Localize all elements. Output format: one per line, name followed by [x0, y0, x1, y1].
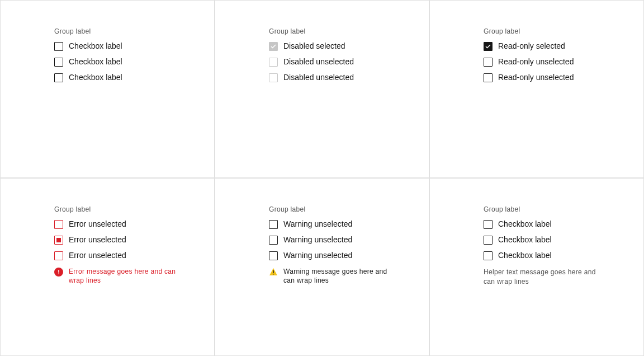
checkbox-icon[interactable] [54, 236, 63, 245]
checkbox-item[interactable]: Warning unselected [269, 249, 429, 263]
checkbox-icon [484, 42, 493, 51]
checkbox-icon[interactable] [484, 220, 493, 229]
checkbox-item[interactable]: Checkbox label [54, 40, 214, 53]
checkbox-item: Read-only unselected [484, 55, 643, 69]
group-label: Group label [484, 205, 643, 213]
checkbox-group-readonly: Group label Read-only selected Read-only… [429, 0, 644, 178]
error-message: Error message goes here and can wrap lin… [54, 267, 179, 285]
checkbox-icon [484, 58, 493, 67]
svg-rect-3 [273, 270, 273, 273]
checkbox-icon[interactable] [54, 251, 63, 260]
group-label: Group label [269, 27, 429, 35]
checkbox-item: Disabled unselected [269, 71, 429, 85]
checkbox-item[interactable]: Error unselected [54, 233, 214, 247]
checkmark-icon [271, 44, 276, 49]
checkbox-group-helper: Group label Checkbox label Checkbox labe… [429, 178, 644, 356]
checkbox-icon[interactable] [54, 73, 63, 82]
checkbox-label: Warning unselected [283, 251, 352, 261]
checkmark-icon [485, 44, 491, 49]
checkbox-label: Error unselected [69, 235, 126, 245]
group-label: Group label [269, 205, 429, 213]
checkbox-label: Disabled unselected [283, 57, 354, 67]
checkbox-label: Read-only unselected [498, 73, 574, 83]
checkbox-icon[interactable] [484, 251, 493, 260]
checkbox-label: Checkbox label [69, 73, 122, 83]
checkbox-icon[interactable] [54, 42, 63, 51]
checkbox-icon [269, 42, 278, 51]
checkbox-icon[interactable] [484, 236, 493, 245]
checkbox-label: Error unselected [69, 219, 126, 229]
checkbox-item[interactable]: Error unselected [54, 249, 214, 263]
checkbox-label: Checkbox label [69, 41, 122, 51]
checkbox-label: Checkbox label [498, 235, 552, 245]
checkbox-icon[interactable] [269, 251, 278, 260]
checkbox-group-disabled: Group label Disabled selected Disabled u… [215, 0, 429, 178]
checkbox-item: Disabled unselected [269, 55, 429, 69]
checkbox-group-warning: Group label Warning unselected Warning u… [215, 178, 429, 356]
checkbox-label: Read-only unselected [498, 57, 574, 67]
checkbox-item[interactable]: Checkbox label [484, 218, 643, 231]
checkbox-icon[interactable] [54, 58, 63, 67]
checkbox-label: Checkbox label [498, 219, 552, 229]
checkbox-label: Checkbox label [69, 57, 122, 67]
checkbox-item: Read-only unselected [484, 71, 643, 85]
error-message-text: Error message goes here and can wrap lin… [69, 267, 179, 285]
checkbox-icon[interactable] [269, 236, 278, 245]
helper-message-text: Helper text message goes here and can wr… [484, 268, 596, 285]
checkbox-item[interactable]: Checkbox label [54, 55, 214, 69]
checkbox-icon [269, 73, 278, 82]
svg-rect-4 [273, 274, 273, 274]
checkbox-item[interactable]: Checkbox label [54, 71, 214, 85]
checkbox-label: Warning unselected [283, 219, 352, 229]
checkbox-label: Disabled unselected [283, 73, 354, 83]
error-filled-icon [54, 268, 63, 277]
checkbox-item[interactable]: Checkbox label [484, 233, 643, 247]
warning-message-text: Warning message goes here and can wrap l… [283, 267, 394, 285]
checkbox-icon[interactable] [269, 220, 278, 229]
checkbox-item[interactable]: Warning unselected [269, 233, 429, 247]
checkbox-item[interactable]: Warning unselected [269, 218, 429, 231]
checkbox-label: Warning unselected [283, 235, 352, 245]
checkbox-item[interactable]: Checkbox label [484, 249, 643, 263]
warning-filled-icon [269, 268, 278, 277]
svg-rect-2 [58, 274, 59, 275]
checkbox-group-error: Group label Error unselected Error unsel… [0, 178, 215, 356]
checkbox-label: Disabled selected [283, 41, 345, 51]
svg-rect-1 [58, 270, 59, 273]
checkbox-label: Checkbox label [498, 251, 552, 261]
group-label: Group label [484, 27, 643, 35]
checkbox-states-grid: Group label Checkbox label Checkbox labe… [0, 0, 644, 356]
checkbox-item: Read-only selected [484, 40, 643, 53]
checkbox-icon[interactable] [54, 220, 63, 229]
checkbox-icon [484, 73, 493, 82]
checkbox-label: Read-only selected [498, 41, 565, 51]
warning-message: Warning message goes here and can wrap l… [269, 267, 394, 285]
checkbox-item[interactable]: Error unselected [54, 218, 214, 231]
checkbox-item: Disabled selected [269, 40, 429, 53]
checkbox-icon [269, 58, 278, 67]
group-label: Group label [54, 27, 214, 35]
group-label: Group label [54, 205, 214, 213]
helper-message: Helper text message goes here and can wr… [484, 267, 609, 286]
checkbox-label: Error unselected [69, 251, 126, 261]
checkbox-group-default: Group label Checkbox label Checkbox labe… [0, 0, 215, 178]
